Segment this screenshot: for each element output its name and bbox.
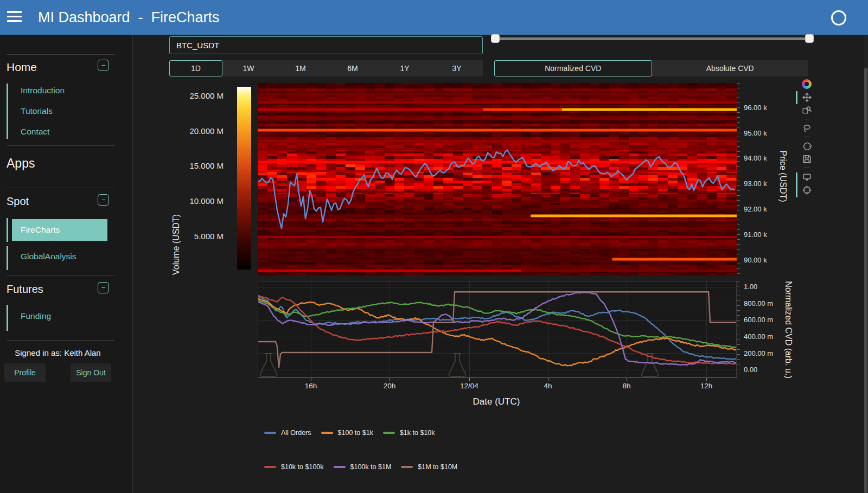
legend-item-all-orders[interactable]: All Orders (264, 429, 311, 437)
cvd-axis-title: Normalized CVD (arb. u.) (782, 247, 794, 413)
cvd-mode-toggle: Normalized CVD Absolute CVD (494, 60, 808, 76)
legend-item-100k-1m[interactable]: $100k to $1M (334, 463, 392, 471)
timeframe-1m-button[interactable]: 1M (275, 60, 327, 76)
date-range-slider[interactable] (491, 37, 814, 40)
signed-in-text: Signed in as: Keith Alan (0, 348, 116, 357)
separator (803, 119, 810, 119)
x-tick: 12h (690, 382, 723, 390)
collapse-home-button[interactable]: − (98, 60, 109, 71)
volume-tick: 25.000 M (169, 91, 224, 100)
separator (803, 168, 810, 168)
collapse-spot-button[interactable]: − (98, 194, 109, 206)
user-circle-icon[interactable] (831, 10, 846, 25)
logo-ring (802, 79, 812, 89)
price-tick: 95.00 k (744, 129, 767, 137)
volume-tick: 5.000 M (169, 232, 224, 241)
sidebar-item-introduction[interactable]: Introduction (21, 86, 65, 95)
legend-label: $100 to $1k (338, 429, 373, 437)
legend-swatch (321, 432, 333, 434)
heatmap-canvas[interactable] (258, 83, 737, 276)
legend-label: $100k to $1M (350, 463, 392, 471)
timeframe-3y-button[interactable]: 3Y (431, 60, 483, 76)
divider (7, 276, 115, 276)
save-icon[interactable] (801, 154, 812, 164)
legend-row: All Orders $100 to $1k $1k to $10k (264, 429, 435, 437)
cvd-tick: 0.00 (744, 366, 757, 374)
x-tick-mark (469, 378, 470, 381)
hover-tooltip-icon[interactable] (801, 172, 812, 182)
profile-button[interactable]: Profile (4, 363, 46, 382)
legend-item-100-1k[interactable]: $100 to $1k (321, 429, 373, 437)
divider (7, 145, 115, 146)
cvd-tick: 600.00 m (744, 316, 773, 324)
legend-item-1k-10k[interactable]: $1k to $10k (383, 429, 435, 437)
price-tick: 96.00 k (744, 104, 767, 112)
menu-bar (7, 20, 22, 22)
axis-minor-ticks (737, 83, 740, 276)
cvd-tick: 800.00 m (744, 299, 773, 308)
range-slider-right-handle[interactable] (805, 34, 814, 43)
cvd-chart-canvas[interactable] (258, 281, 737, 378)
sidebar-heading-home: Home (7, 61, 37, 74)
legend-row: $10k to $100k $100k to $1M $1M to $10M (264, 463, 457, 471)
absolute-cvd-button[interactable]: Absolute CVD (652, 60, 809, 76)
legend-item-1m-10m[interactable]: $1M to $10M (401, 463, 457, 471)
timeframe-1d-button[interactable]: 1D (169, 60, 222, 76)
cvd-tick: 200.00 m (744, 349, 773, 357)
x-axis-title: Date (UTC) (442, 396, 551, 407)
scrollbar-thumb[interactable] (864, 68, 867, 493)
cvd-tick: 400.00 m (744, 332, 773, 341)
page-scrollbar[interactable] (864, 35, 868, 493)
timeframe-1y-button[interactable]: 1Y (379, 60, 431, 76)
timeframe-6m-button[interactable]: 6M (327, 60, 379, 76)
price-tick: 93.00 k (744, 180, 767, 188)
sidebar-heading-spot: Spot (7, 195, 29, 208)
crosshair-icon[interactable] (801, 185, 812, 195)
x-tick: 16h (295, 382, 327, 390)
sign-out-button[interactable]: Sign Out (71, 363, 111, 382)
legend-label: $1k to $10k (400, 429, 435, 437)
legend-item-10k-100k[interactable]: $10k to $100k (264, 463, 324, 471)
legend-label: $1M to $10M (418, 463, 457, 471)
divider (7, 188, 115, 188)
plotly-logo-icon[interactable] (801, 79, 812, 89)
volume-colorbar (237, 87, 251, 270)
volume-tick: 15.000 M (169, 161, 224, 170)
x-tick: 8h (610, 382, 643, 390)
timeframe-button-group: 1D 1W 1M 6M 1Y 3Y (169, 60, 483, 76)
sidebar-item-firecharts[interactable]: FireCharts (12, 219, 107, 241)
sidebar-item-tutorials[interactable]: Tutorials (21, 106, 53, 116)
price-tick: 90.00 k (744, 256, 767, 264)
collapse-futures-button[interactable]: − (98, 282, 109, 293)
header-bar: MI Dashboard - FireCharts (0, 0, 868, 35)
nav-group-indicator (7, 246, 8, 270)
sidebar-item-funding[interactable]: Funding (21, 311, 51, 321)
sidebar-item-globalanalysis[interactable]: GlobalAnalysis (21, 252, 76, 261)
timeframe-1w-button[interactable]: 1W (222, 60, 275, 76)
pan-icon[interactable] (801, 92, 812, 102)
autoscale-icon[interactable] (801, 141, 812, 151)
box-zoom-icon[interactable] (801, 105, 812, 115)
legend-swatch (264, 466, 276, 468)
legend-swatch (383, 432, 395, 434)
x-tick-mark (706, 378, 707, 381)
cvd-tick: 1.00 (744, 283, 757, 291)
normalized-cvd-button[interactable]: Normalized CVD (494, 60, 652, 76)
divider (7, 54, 115, 55)
volume-tick: 20.000 M (169, 126, 224, 136)
legend-swatch (334, 466, 346, 468)
menu-icon[interactable] (7, 11, 22, 24)
lasso-select-icon[interactable] (801, 123, 812, 133)
app-root: MI Dashboard - FireCharts Home − Introdu… (0, 0, 868, 493)
legend-swatch (401, 466, 413, 468)
nav-group-indicator (7, 84, 8, 139)
x-tick: 12/04 (453, 382, 486, 390)
page-title: MI Dashboard - FireCharts (38, 0, 220, 35)
sidebar: Home − Introduction Tutorials Contact Ap… (0, 35, 133, 493)
price-tick: 91.00 k (744, 231, 767, 239)
range-slider-left-handle[interactable] (491, 34, 500, 43)
sidebar-item-contact[interactable]: Contact (21, 127, 49, 137)
volume-axis-title: Volume (USDT) (170, 190, 182, 299)
symbol-input[interactable] (169, 36, 483, 54)
x-tick-mark (548, 378, 548, 381)
